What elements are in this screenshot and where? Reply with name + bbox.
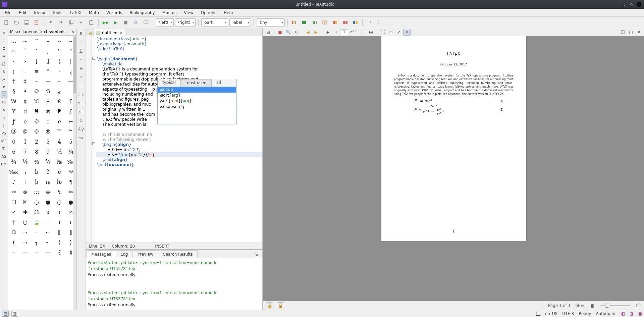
undo-button[interactable]: ↶ bbox=[47, 18, 55, 27]
symbol-cell[interactable]: ┐ bbox=[31, 237, 42, 247]
menu-idefix[interactable]: Idefix bbox=[31, 9, 48, 16]
symbol-cell[interactable]: ○ bbox=[31, 197, 42, 207]
col-tool-5[interactable] bbox=[331, 18, 339, 27]
symbol-cell[interactable]: ð bbox=[42, 167, 54, 177]
symbol-category-8[interactable]: ✓ bbox=[1, 91, 7, 98]
ac-tab-typical[interactable]: typical bbox=[158, 79, 180, 87]
col-tool-4[interactable] bbox=[321, 18, 329, 27]
symbol-cell[interactable]: 3 bbox=[42, 137, 54, 147]
symbol-cell[interactable]: ƕ bbox=[54, 177, 65, 187]
close-window-button[interactable] bbox=[636, 1, 642, 7]
menu-view[interactable]: View bbox=[180, 9, 197, 16]
pdf-fitwidth-icon[interactable]: ⛶ bbox=[379, 29, 386, 36]
pdf-menu-icon[interactable]: ▤ bbox=[265, 29, 272, 36]
pdf-page-input[interactable] bbox=[340, 29, 348, 35]
pdf-zoom-icon[interactable]: ⤢ bbox=[395, 29, 402, 36]
ac-tab-all[interactable]: all bbox=[212, 79, 226, 87]
symbol-cell[interactable]: ☐ bbox=[8, 197, 19, 207]
pdf-refresh-icon[interactable]: ↻ bbox=[292, 29, 300, 36]
symbol-cell[interactable]: ₩ bbox=[8, 96, 19, 106]
tab-close-icon[interactable]: ✕ bbox=[119, 31, 123, 35]
symbol-cell[interactable]: ‡ bbox=[19, 76, 31, 86]
symbol-cell[interactable]: ::: bbox=[31, 187, 42, 197]
symbol-cell[interactable]: ¬ bbox=[19, 237, 31, 247]
symbol-cell[interactable]: 1 bbox=[19, 137, 31, 147]
symbol-cell[interactable]: ♪ bbox=[8, 177, 19, 187]
symbol-cell[interactable]: › bbox=[19, 56, 31, 66]
prev-diff-button[interactable]: 〈 bbox=[365, 18, 374, 27]
symbol-cell[interactable]: ℮ bbox=[54, 116, 65, 126]
symbol-cell[interactable]: ™ bbox=[54, 126, 65, 137]
symbol-cell[interactable]: ₫ bbox=[19, 106, 31, 116]
status-locale[interactable]: en_US bbox=[545, 311, 557, 316]
symbol-cell[interactable]: ã bbox=[42, 207, 54, 217]
symbol-cell[interactable]: © bbox=[31, 86, 42, 96]
menu-bibliography[interactable]: Bibliography bbox=[126, 9, 158, 16]
symbol-cell[interactable]: ¥ bbox=[8, 106, 19, 116]
symbol-cell[interactable]: ⓐ bbox=[8, 126, 19, 137]
symbol-category-7[interactable]: ∀ bbox=[1, 84, 7, 90]
autocomplete-popup[interactable]: typicalmost usedall\sqcup\sqrt{arg}\sqrt… bbox=[157, 79, 236, 124]
symbol-cell[interactable]: † bbox=[19, 177, 31, 187]
msg-tab-search-results[interactable]: Search Results bbox=[158, 250, 198, 258]
symbol-cell[interactable]: 6 bbox=[8, 147, 19, 157]
format-btn-8[interactable]: x_□ bbox=[77, 99, 85, 107]
symbol-cell[interactable]: ≈ bbox=[8, 46, 19, 56]
symbol-category-5[interactable]: λ bbox=[1, 68, 7, 75]
symbol-cell[interactable]: ℗ bbox=[42, 106, 54, 116]
symbol-category-14[interactable]: MP bbox=[1, 138, 7, 144]
symbol-cell[interactable]: · bbox=[54, 66, 65, 76]
symbol-cell[interactable]: ƀ bbox=[31, 167, 42, 177]
msg-tab-messages[interactable]: Messages bbox=[86, 250, 116, 258]
menu-macros[interactable]: Macros bbox=[159, 9, 180, 16]
pdf-lock-icon[interactable]: 🔓 bbox=[266, 302, 273, 309]
symbol-cell[interactable]: ⌣ bbox=[54, 36, 65, 46]
symbol-cell[interactable]: = bbox=[19, 66, 31, 76]
symbol-category-15[interactable]: TI bbox=[1, 145, 7, 152]
messages-close-icon[interactable]: ✕ bbox=[254, 252, 260, 258]
status-bm2-icon[interactable]: ◨ bbox=[630, 311, 633, 316]
format-btn-5[interactable]: ≡ bbox=[77, 73, 85, 81]
symbol-cell[interactable]: 4 bbox=[54, 137, 65, 147]
symbol-cell[interactable]: ¢ bbox=[19, 96, 31, 106]
menu-help[interactable]: Help bbox=[220, 9, 236, 16]
symbol-cell[interactable]: – bbox=[31, 76, 42, 86]
paste-button[interactable] bbox=[87, 18, 96, 27]
symbol-cell[interactable]: ȵ bbox=[42, 177, 54, 187]
symbol-cell[interactable]: ⊛ bbox=[42, 187, 54, 197]
symbol-category-12[interactable]: ⟦ bbox=[1, 122, 7, 129]
symbol-cell[interactable]: ⅜ bbox=[31, 157, 42, 167]
symbol-cell[interactable]: ⅛ bbox=[19, 157, 31, 167]
pdf-fitpage-icon[interactable]: ▭ bbox=[387, 29, 394, 36]
status-bm3-icon[interactable]: ▣ bbox=[638, 311, 642, 316]
symbol-cell[interactable]: ¬ bbox=[19, 227, 31, 237]
symbol-cell[interactable]: ✓ bbox=[8, 207, 19, 217]
symbol-cell[interactable]: 9 bbox=[42, 147, 54, 157]
symbol-cell[interactable]: ĩ bbox=[54, 207, 65, 217]
menu-options[interactable]: Options bbox=[198, 9, 220, 16]
symbol-cell[interactable]: ⌐ bbox=[31, 227, 42, 237]
symbol-category-16[interactable]: AS bbox=[1, 153, 7, 160]
format-btn-9[interactable]: x□ bbox=[77, 108, 85, 115]
symbol-cell[interactable]: ^ bbox=[31, 36, 42, 46]
symbol-cell[interactable]: ₦ bbox=[31, 106, 42, 116]
format-btn-2[interactable]: U bbox=[77, 47, 85, 54]
symbol-cell[interactable]: ˇ bbox=[31, 46, 42, 56]
next-diff-button[interactable]: 〉 bbox=[375, 18, 384, 27]
symbol-cell[interactable]: – bbox=[54, 76, 65, 86]
col-tool-2[interactable] bbox=[301, 18, 309, 27]
format-btn-6[interactable]: — bbox=[77, 82, 85, 89]
symbol-category-0[interactable]: ≡ bbox=[1, 30, 7, 36]
symbol-cell[interactable]: Ω bbox=[31, 207, 42, 217]
messages-body[interactable]: Process started: pdflatex -synctex=1 -in… bbox=[86, 258, 262, 310]
symbol-cell[interactable]: 2 bbox=[31, 137, 42, 147]
symbol-cell[interactable]: ℮ bbox=[54, 167, 65, 177]
symbol-category-4[interactable]: {} bbox=[1, 60, 7, 67]
tab-nav-prev[interactable]: ◀ bbox=[87, 30, 93, 36]
symbol-scrollbar[interactable] bbox=[73, 36, 76, 310]
pdf-window-icon[interactable]: ❐ bbox=[619, 29, 627, 36]
symbol-cell[interactable]: ○ bbox=[54, 197, 65, 207]
menu-edit[interactable]: Edit bbox=[15, 9, 30, 16]
ac-item[interactable]: \sqcup bbox=[158, 87, 236, 93]
view-pdf-button[interactable] bbox=[142, 18, 150, 27]
